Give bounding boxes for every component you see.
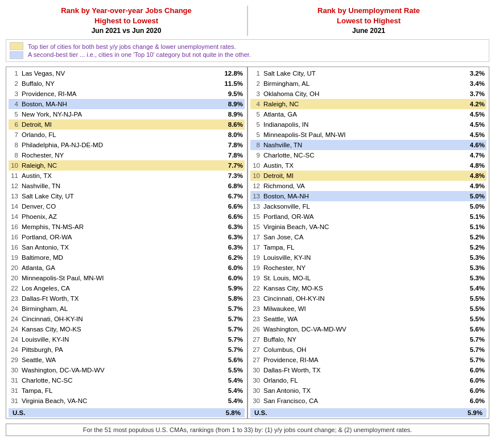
table-row: 19 St. Louis, MO-IL 5.3%: [250, 273, 486, 283]
table-row: 1 Las Vegas, NV 12.8%: [9, 68, 245, 78]
value-cell: 5.7%: [461, 355, 486, 365]
legend-area: Top tier of cities for both best y/y job…: [6, 39, 489, 62]
name-cell: Louisville, KY-IN: [20, 334, 219, 345]
table-row: 29 Seattle, WA 5.6%: [9, 355, 245, 365]
legend-boxes: [10, 42, 23, 59]
name-cell: Orlando, FL: [262, 375, 461, 385]
name-cell: Virginia Beach, VA-NC: [20, 396, 219, 406]
name-cell: Richmond, VA: [262, 181, 461, 191]
name-cell: Austin, TX: [20, 171, 219, 181]
value-cell: 5.7%: [219, 304, 245, 314]
value-cell: 5.4%: [219, 385, 245, 396]
table-row: 13 Salt Lake City, UT 6.7%: [9, 191, 245, 201]
value-cell: 6.3%: [219, 222, 245, 232]
rank-cell: 3: [9, 89, 20, 99]
value-cell: 5.4%: [219, 396, 245, 406]
rank-cell: 13: [250, 191, 262, 201]
value-cell: 5.7%: [219, 324, 245, 334]
table-row: 24 Birmingham, AL 5.7%: [9, 304, 245, 314]
value-cell: 5.8%: [219, 293, 245, 304]
rank-cell: 12: [9, 181, 20, 191]
name-cell: Minneapolis-St Paul, MN-WI: [20, 273, 219, 283]
name-cell: Birmingham, AL: [20, 304, 219, 314]
right-title-line1: Rank by Unemployment Rate: [317, 6, 420, 15]
name-cell: Kansas City, MO-KS: [20, 324, 219, 334]
value-cell: 6.0%: [461, 396, 486, 406]
name-cell: San Jose, CA: [262, 232, 461, 242]
rank-cell: 30: [250, 385, 262, 396]
value-cell: 5.4%: [219, 375, 245, 385]
rank-cell: 20: [9, 273, 20, 283]
table-row: 2 Buffalo, NY 11.5%: [9, 78, 245, 89]
value-cell: 11.5%: [219, 78, 245, 89]
rank-cell: 17: [250, 232, 262, 242]
table-row: 13 Boston, MA-NH 5.0%: [250, 191, 486, 201]
name-cell: Tampa, FL: [262, 242, 461, 252]
table-row: 24 Kansas City, MO-KS 5.7%: [9, 324, 245, 334]
name-cell: Cincinnati, OH-KY-IN: [262, 293, 461, 304]
name-cell: Memphis, TN-MS-AR: [20, 222, 219, 232]
value-cell: 4.8%: [461, 171, 486, 181]
table-row: 30 Dallas-Ft Worth, TX 6.0%: [250, 365, 486, 375]
table-row: 30 Orlando, FL 6.0%: [250, 375, 486, 385]
footer-note: For the 51 most populous U.S. CMAs, rank…: [6, 424, 489, 436]
rank-cell: 6: [9, 119, 20, 130]
name-cell: Austin, TX: [262, 160, 461, 171]
value-cell: 8.0%: [219, 130, 245, 140]
rank-cell: 24: [9, 304, 20, 314]
left-header: Rank by Year-over-year Jobs Change Highe…: [6, 6, 247, 36]
name-cell: Kansas City, MO-KS: [262, 283, 461, 293]
name-cell: Birmingham, AL: [262, 78, 461, 89]
name-cell: Buffalo, NY: [20, 78, 219, 89]
value-cell: 5.5%: [219, 365, 245, 375]
name-cell: St. Louis, MO-IL: [262, 273, 461, 283]
rank-cell: 22: [9, 283, 20, 293]
table-row: 12 Richmond, VA 4.9%: [250, 181, 486, 191]
table-row: 5 Minneapolis-St Paul, MN-WI 4.5%: [250, 130, 486, 140]
rank-cell: 19: [250, 273, 262, 283]
rank-cell: 24: [9, 324, 20, 334]
table-row: 5 New York, NY-NJ-PA 8.9%: [9, 109, 245, 119]
rank-cell: 8: [250, 140, 262, 150]
name-cell: Minneapolis-St Paul, MN-WI: [262, 130, 461, 140]
table-row: 9 Charlotte, NC-SC 4.7%: [250, 150, 486, 160]
right-us-label: U.S.: [253, 409, 468, 416]
table-row: 31 Charlotte, NC-SC 5.4%: [9, 375, 245, 385]
rank-cell: 29: [9, 355, 20, 365]
name-cell: Tampa, FL: [20, 385, 219, 396]
rank-cell: 10: [250, 160, 262, 171]
left-table: 1 Las Vegas, NV 12.8% 2 Buffalo, NY 11.5…: [9, 68, 245, 406]
value-cell: 5.2%: [461, 232, 486, 242]
table-row: 27 Providence, RI-MA 5.7%: [250, 355, 486, 365]
right-title-line2: Lowest to Highest: [337, 16, 401, 25]
page-wrapper: Rank by Year-over-year Jobs Change Highe…: [6, 6, 489, 436]
table-row: 16 Portland, OR-WA 6.3%: [9, 232, 245, 242]
rank-cell: 11: [9, 171, 20, 181]
rank-cell: 27: [250, 355, 262, 365]
value-cell: 6.7%: [219, 191, 245, 201]
name-cell: Indianapolis, IN: [262, 119, 461, 130]
rank-cell: 20: [9, 263, 20, 273]
table-row: 5 Indianapolis, IN 4.5%: [250, 119, 486, 130]
table-row: 2 Birmingham, AL 3.4%: [250, 78, 486, 89]
name-cell: Oklahoma City, OH: [262, 89, 461, 99]
name-cell: Nashville, TN: [20, 181, 219, 191]
name-cell: Portland, OR-WA: [262, 211, 461, 222]
rank-cell: 2: [250, 78, 262, 89]
value-cell: 4.5%: [461, 109, 486, 119]
name-cell: Los Angeles, CA: [20, 283, 219, 293]
table-row: 8 Rochester, NY 7.8%: [9, 150, 245, 160]
table-row: 19 Louisville, KY-IN 5.3%: [250, 252, 486, 263]
table-row: 11 Austin, TX 7.3%: [9, 171, 245, 181]
right-panel: 1 Salt Lake City, UT 3.2% 2 Birmingham, …: [248, 67, 489, 418]
name-cell: Washington, DC-VA-MD-WV: [262, 324, 461, 334]
table-row: 16 San Antonio, TX 6.3%: [9, 242, 245, 252]
table-row: 16 Memphis, TN-MS-AR 6.3%: [9, 222, 245, 232]
name-cell: Atlanta, GA: [262, 109, 461, 119]
rank-cell: 19: [250, 252, 262, 263]
rank-cell: 5: [250, 109, 262, 119]
rank-cell: 26: [250, 324, 262, 334]
headers: Rank by Year-over-year Jobs Change Highe…: [6, 6, 489, 36]
table-row: 23 Seattle, WA 5.5%: [250, 314, 486, 324]
value-cell: 5.7%: [461, 345, 486, 355]
